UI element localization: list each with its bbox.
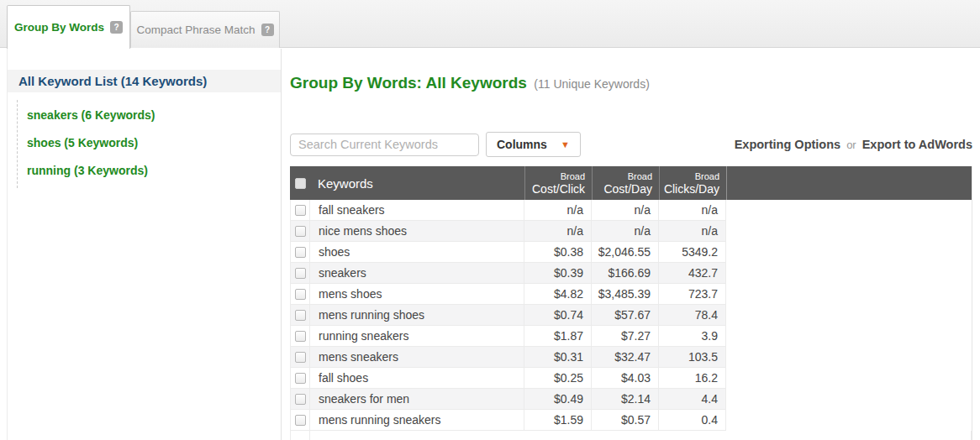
row-checkbox-cell [290,305,310,326]
columns-dropdown-button[interactable]: Columns ▼ [486,132,581,157]
exporting-options-link[interactable]: Exporting Options [735,138,840,151]
help-icon[interactable]: ? [261,24,274,36]
clicks-day-cell: 5349.2 [659,242,726,263]
clicks-day-cell: 432.7 [659,263,726,284]
row-checkbox-cell [290,347,310,368]
unique-keyword-count: (11 Unique Keywords) [534,77,649,91]
page-title: Group By Words: All Keywords [290,74,527,92]
row-filler [726,389,972,410]
cost-day-cell: $57.67 [592,305,659,326]
clicks-day-cell: 723.7 [659,284,726,305]
row-filler [726,347,972,368]
clicks-day-cell: 16.2 [659,368,726,389]
tab-group-by-words-label: Group By Words [14,21,104,34]
tab-group-by-words[interactable]: Group By Words ? [7,5,130,49]
cost-day-cell: $7.27 [592,326,659,347]
row-checkbox[interactable] [295,352,306,363]
tab-compact-phrase-match[interactable]: Compact Phrase Match ? [130,11,280,48]
cost-click-cell: $4.82 [524,284,592,305]
keyword-cell: fall shoes [310,368,524,389]
cost-day-cell: $2,046.55 [592,242,659,263]
row-checkbox-cell [290,221,310,242]
row-checkbox-cell [290,368,310,389]
row-checkbox[interactable] [295,268,306,279]
column-header-broad-cost-click[interactable]: Broad Cost/Click [524,166,592,200]
keyword-cell: mens sneakers [310,347,524,368]
cost-click-cell: n/a [524,221,592,242]
column-header-keywords[interactable]: Keywords [310,166,524,200]
row-checkbox[interactable] [295,310,306,321]
row-checkbox[interactable] [295,289,306,300]
row-checkbox-cell [290,284,310,305]
keyword-cell: running sneakers [310,326,524,347]
table-row: sneakers for men$0.49$2.144.4 [290,389,972,410]
row-filler [726,410,972,431]
column-header-broad-cost-day[interactable]: Broad Cost/Day [592,166,659,200]
column-header-match-type: Broad [561,171,585,182]
keyword-cell [310,431,972,440]
cost-day-cell: n/a [592,200,659,221]
cost-click-cell: $0.49 [524,389,592,410]
row-filler [726,305,972,326]
column-header-metric: Clicks/Day [664,182,719,196]
keyword-cell: shoes [310,242,524,263]
cost-click-cell: $0.31 [524,347,592,368]
table-body: fall sneakersn/an/an/anice mens shoesn/a… [290,200,972,440]
sidebar-group-item[interactable]: shoes (5 Keywords) [18,129,281,157]
keyword-table: Keywords Broad Cost/Click Broad Cost/Day… [290,166,972,440]
cost-day-cell: $166.69 [592,263,659,284]
row-filler [726,200,972,221]
row-checkbox[interactable] [295,415,306,426]
row-checkbox[interactable] [295,331,306,342]
row-checkbox-cell [290,410,310,431]
row-checkbox[interactable] [295,247,306,258]
caret-down-icon: ▼ [561,140,570,149]
keyword-cell: mens running shoes [310,305,524,326]
sidebar-group-item[interactable]: sneakers (6 Keywords) [18,102,281,129]
export-to-adwords-link[interactable]: Export to AdWords [862,138,972,151]
tab-compact-phrase-match-label: Compact Phrase Match [136,24,255,36]
or-text: or [846,139,856,151]
row-checkbox[interactable] [295,394,306,405]
cost-day-cell: $0.57 [592,410,659,431]
cost-day-cell: $3,485.39 [592,284,659,305]
row-checkbox-cell [290,431,310,440]
column-header-metric: Cost/Click [532,182,585,196]
cost-click-cell: $1.59 [524,410,592,431]
table-row-partial [290,431,972,440]
keyword-cell: fall sneakers [310,200,524,221]
column-header-match-type: Broad [628,171,652,182]
row-checkbox[interactable] [295,205,306,216]
row-filler [726,263,972,284]
header-filler [726,166,972,200]
cost-click-cell: $0.38 [524,242,592,263]
column-header-metric: Cost/Day [603,182,652,196]
cost-click-cell: $1.87 [524,326,592,347]
row-checkbox-cell [290,389,310,410]
table-row: sneakers$0.39$166.69432.7 [290,263,972,284]
row-filler [726,221,972,242]
cost-click-cell: $0.25 [524,368,592,389]
cost-day-cell: $32.47 [592,347,659,368]
row-checkbox[interactable] [295,226,306,237]
keyword-cell: sneakers for men [310,389,524,410]
search-input[interactable] [290,134,479,156]
cost-click-cell: n/a [524,200,592,221]
tab-bar: Group By Words ? Compact Phrase Match ? [0,0,980,48]
column-header-broad-clicks-day[interactable]: Broad Clicks/Day [659,166,726,200]
row-checkbox[interactable] [295,373,306,384]
cost-click-cell: $0.74 [524,305,592,326]
toolbar: Columns ▼ Exporting Options or Export to… [290,132,972,157]
table-row: mens shoes$4.82$3,485.39723.7 [290,284,972,305]
clicks-day-cell: 0.4 [659,410,726,431]
keyword-cell: mens running sneakers [310,410,524,431]
select-all-checkbox[interactable] [295,178,306,189]
clicks-day-cell: 78.4 [659,305,726,326]
table-row: mens running shoes$0.74$57.6778.4 [290,305,972,326]
sidebar-group-item[interactable]: running (3 Keywords) [18,157,281,185]
sidebar-item-all-keyword-list[interactable]: All Keyword List (14 Keywords) [8,70,281,92]
columns-label: Columns [497,138,547,151]
help-icon[interactable]: ? [110,21,123,34]
row-checkbox-cell [290,326,310,347]
main-panel: Group By Words: All Keywords (11 Unique … [290,49,980,440]
